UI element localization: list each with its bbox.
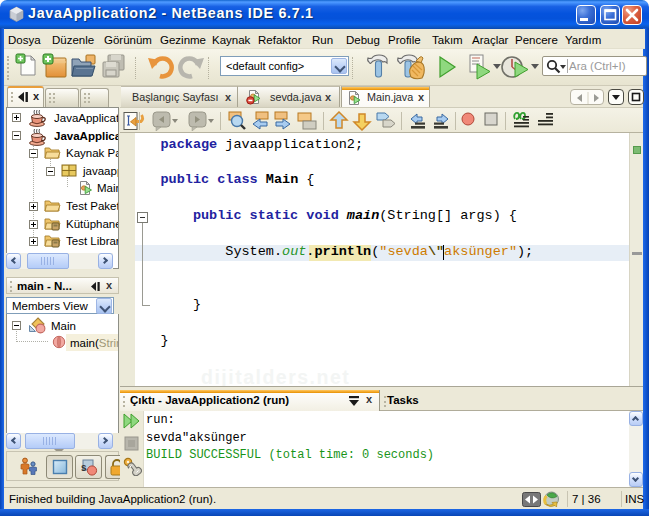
svg-text:s: s xyxy=(81,462,87,473)
